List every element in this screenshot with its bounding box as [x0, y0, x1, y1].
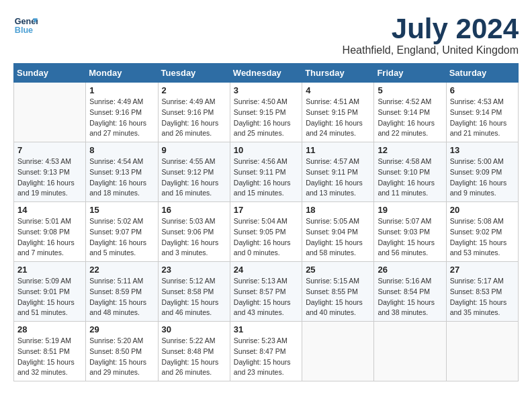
day-info: Sunrise: 4:49 AM Sunset: 9:16 PM Dayligh… — [162, 97, 226, 139]
day-number: 9 — [162, 145, 226, 155]
day-number: 5 — [378, 85, 442, 95]
day-info: Sunrise: 5:01 AM Sunset: 9:08 PM Dayligh… — [17, 216, 82, 259]
calendar-cell: 1Sunrise: 4:49 AM Sunset: 9:16 PM Daylig… — [86, 83, 158, 142]
week-row-4: 21Sunrise: 5:09 AM Sunset: 9:01 PM Dayli… — [14, 262, 519, 322]
day-info: Sunrise: 4:56 AM Sunset: 9:11 PM Dayligh… — [234, 156, 298, 199]
day-number: 15 — [89, 205, 154, 215]
day-number: 20 — [450, 205, 515, 215]
day-number: 21 — [17, 265, 82, 275]
day-number: 24 — [234, 265, 298, 275]
calendar-cell: 28Sunrise: 5:19 AM Sunset: 8:51 PM Dayli… — [14, 322, 86, 381]
day-number: 17 — [234, 205, 298, 215]
day-number: 25 — [306, 265, 370, 275]
day-info: Sunrise: 4:53 AM Sunset: 9:14 PM Dayligh… — [450, 97, 515, 139]
weekday-header-sunday: Sunday — [14, 64, 86, 83]
day-number: 26 — [378, 265, 442, 275]
day-number: 10 — [234, 145, 298, 155]
day-info: Sunrise: 5:00 AM Sunset: 9:09 PM Dayligh… — [450, 156, 515, 199]
calendar-cell: 7Sunrise: 4:53 AM Sunset: 9:13 PM Daylig… — [14, 142, 86, 202]
calendar-cell — [302, 322, 374, 381]
day-number: 30 — [162, 324, 226, 334]
weekday-header-wednesday: Wednesday — [230, 64, 302, 83]
calendar-cell: 13Sunrise: 5:00 AM Sunset: 9:09 PM Dayli… — [446, 142, 518, 202]
calendar-cell: 14Sunrise: 5:01 AM Sunset: 9:08 PM Dayli… — [14, 202, 86, 262]
day-info: Sunrise: 5:20 AM Sunset: 8:50 PM Dayligh… — [89, 336, 154, 378]
day-info: Sunrise: 5:08 AM Sunset: 9:02 PM Dayligh… — [450, 216, 515, 259]
calendar-cell: 31Sunrise: 5:23 AM Sunset: 8:47 PM Dayli… — [230, 322, 302, 381]
day-info: Sunrise: 4:57 AM Sunset: 9:11 PM Dayligh… — [306, 156, 370, 199]
calendar-cell: 16Sunrise: 5:03 AM Sunset: 9:06 PM Dayli… — [158, 202, 230, 262]
calendar-cell: 18Sunrise: 5:05 AM Sunset: 9:04 PM Dayli… — [302, 202, 374, 262]
calendar-cell: 10Sunrise: 4:56 AM Sunset: 9:11 PM Dayli… — [230, 142, 302, 202]
weekday-header-friday: Friday — [374, 64, 446, 83]
calendar-cell — [14, 83, 86, 142]
calendar-cell: 4Sunrise: 4:51 AM Sunset: 9:15 PM Daylig… — [302, 83, 374, 142]
calendar-cell: 24Sunrise: 5:13 AM Sunset: 8:57 PM Dayli… — [230, 262, 302, 322]
month-title: July 2024 — [343, 13, 519, 44]
weekday-header-thursday: Thursday — [302, 64, 374, 83]
day-info: Sunrise: 5:04 AM Sunset: 9:05 PM Dayligh… — [234, 216, 298, 259]
calendar-cell — [374, 322, 446, 381]
calendar-cell: 11Sunrise: 4:57 AM Sunset: 9:11 PM Dayli… — [302, 142, 374, 202]
calendar-cell: 9Sunrise: 4:55 AM Sunset: 9:12 PM Daylig… — [158, 142, 230, 202]
calendar-cell: 3Sunrise: 4:50 AM Sunset: 9:15 PM Daylig… — [230, 83, 302, 142]
day-info: Sunrise: 5:17 AM Sunset: 8:53 PM Dayligh… — [450, 276, 515, 318]
day-info: Sunrise: 4:53 AM Sunset: 9:13 PM Dayligh… — [17, 156, 82, 199]
calendar-cell: 12Sunrise: 4:58 AM Sunset: 9:10 PM Dayli… — [374, 142, 446, 202]
calendar-cell: 30Sunrise: 5:22 AM Sunset: 8:48 PM Dayli… — [158, 322, 230, 381]
day-info: Sunrise: 4:55 AM Sunset: 9:12 PM Dayligh… — [162, 156, 226, 199]
day-number: 1 — [89, 85, 154, 95]
day-number: 16 — [162, 205, 226, 215]
calendar-cell: 21Sunrise: 5:09 AM Sunset: 9:01 PM Dayli… — [14, 262, 86, 322]
day-number: 27 — [450, 265, 515, 275]
day-info: Sunrise: 5:15 AM Sunset: 8:55 PM Dayligh… — [306, 276, 370, 318]
day-number: 8 — [89, 145, 154, 155]
week-row-1: 1Sunrise: 4:49 AM Sunset: 9:16 PM Daylig… — [14, 83, 519, 142]
day-number: 11 — [306, 145, 370, 155]
day-info: Sunrise: 5:07 AM Sunset: 9:03 PM Dayligh… — [378, 216, 442, 259]
calendar-table: SundayMondayTuesdayWednesdayThursdayFrid… — [13, 63, 519, 381]
calendar-cell: 22Sunrise: 5:11 AM Sunset: 8:59 PM Dayli… — [86, 262, 158, 322]
calendar-cell: 5Sunrise: 4:52 AM Sunset: 9:14 PM Daylig… — [374, 83, 446, 142]
week-row-2: 7Sunrise: 4:53 AM Sunset: 9:13 PM Daylig… — [14, 142, 519, 202]
calendar-cell: 27Sunrise: 5:17 AM Sunset: 8:53 PM Dayli… — [446, 262, 518, 322]
day-number: 13 — [450, 145, 515, 155]
calendar-cell: 19Sunrise: 5:07 AM Sunset: 9:03 PM Dayli… — [374, 202, 446, 262]
location: Heathfield, England, United Kingdom — [343, 44, 519, 56]
weekday-header-monday: Monday — [86, 64, 158, 83]
calendar-cell: 29Sunrise: 5:20 AM Sunset: 8:50 PM Dayli… — [86, 322, 158, 381]
day-info: Sunrise: 4:58 AM Sunset: 9:10 PM Dayligh… — [378, 156, 442, 199]
day-info: Sunrise: 5:02 AM Sunset: 9:07 PM Dayligh… — [89, 216, 154, 259]
day-number: 7 — [17, 145, 82, 155]
day-info: Sunrise: 4:49 AM Sunset: 9:16 PM Dayligh… — [89, 97, 154, 139]
day-number: 19 — [378, 205, 442, 215]
calendar-cell: 25Sunrise: 5:15 AM Sunset: 8:55 PM Dayli… — [302, 262, 374, 322]
calendar-cell: 8Sunrise: 4:54 AM Sunset: 9:13 PM Daylig… — [86, 142, 158, 202]
day-number: 3 — [234, 85, 298, 95]
day-info: Sunrise: 5:03 AM Sunset: 9:06 PM Dayligh… — [162, 216, 226, 259]
day-number: 12 — [378, 145, 442, 155]
day-number: 29 — [89, 324, 154, 334]
day-number: 4 — [306, 85, 370, 95]
header: General Blue July 2024 Heathfield, Engla… — [13, 13, 519, 56]
day-info: Sunrise: 5:19 AM Sunset: 8:51 PM Dayligh… — [17, 336, 82, 378]
calendar-cell: 20Sunrise: 5:08 AM Sunset: 9:02 PM Dayli… — [446, 202, 518, 262]
calendar-cell: 15Sunrise: 5:02 AM Sunset: 9:07 PM Dayli… — [86, 202, 158, 262]
title-area: July 2024 Heathfield, England, United Ki… — [343, 13, 519, 56]
calendar-cell: 26Sunrise: 5:16 AM Sunset: 8:54 PM Dayli… — [374, 262, 446, 322]
day-info: Sunrise: 5:12 AM Sunset: 8:58 PM Dayligh… — [162, 276, 226, 318]
day-number: 28 — [17, 324, 82, 334]
day-info: Sunrise: 5:16 AM Sunset: 8:54 PM Dayligh… — [378, 276, 442, 318]
week-row-5: 28Sunrise: 5:19 AM Sunset: 8:51 PM Dayli… — [14, 322, 519, 381]
day-number: 23 — [162, 265, 226, 275]
day-info: Sunrise: 4:51 AM Sunset: 9:15 PM Dayligh… — [306, 97, 370, 139]
logo-icon: General Blue — [13, 13, 38, 38]
day-info: Sunrise: 5:13 AM Sunset: 8:57 PM Dayligh… — [234, 276, 298, 318]
calendar-cell — [446, 322, 518, 381]
weekday-header-tuesday: Tuesday — [158, 64, 230, 83]
day-info: Sunrise: 5:09 AM Sunset: 9:01 PM Dayligh… — [17, 276, 82, 318]
weekday-header-saturday: Saturday — [446, 64, 518, 83]
calendar-cell: 2Sunrise: 4:49 AM Sunset: 9:16 PM Daylig… — [158, 83, 230, 142]
day-number: 2 — [162, 85, 226, 95]
day-info: Sunrise: 5:05 AM Sunset: 9:04 PM Dayligh… — [306, 216, 370, 259]
